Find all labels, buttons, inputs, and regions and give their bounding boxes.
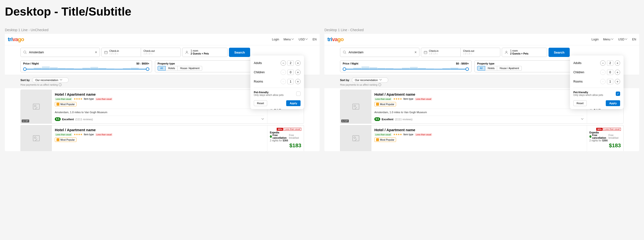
star-rating-icon: ★★★★ — [393, 97, 402, 101]
guests-icon — [185, 50, 189, 54]
children-plus-button[interactable]: + — [295, 70, 300, 75]
apply-button[interactable]: Apply — [286, 100, 300, 106]
clear-icon[interactable]: × — [95, 50, 97, 54]
tag-less-than-usual: Less than usual — [374, 98, 392, 101]
deal-price: $183 — [590, 142, 621, 149]
rooms-label: Rooms — [573, 80, 582, 83]
rating-row[interactable]: 9.5 Excellent (1111 reviews) — [55, 116, 264, 121]
header-nav: Login Menu USD EN — [592, 38, 636, 41]
rating-badge: 9.5 — [374, 117, 380, 121]
pet-friendly-checkbox[interactable]: ✓ — [616, 91, 620, 96]
prop-tab-house[interactable]: House / Apatment — [178, 66, 202, 71]
prop-tab-all[interactable]: All — [158, 66, 166, 71]
header-nav: Login Menu USD EN — [272, 38, 317, 41]
menu-link[interactable]: Menu — [284, 38, 294, 41]
price-filter[interactable]: Price / Night$0 - $600+ — [20, 60, 152, 72]
search-button[interactable]: Search — [229, 48, 250, 57]
deal-panel[interactable]: 38%Less than usual Expedia ✓Free cancell… — [267, 125, 304, 151]
children-minus-button: − — [280, 70, 286, 75]
adults-value: 2 — [288, 60, 294, 66]
rooms-label: Rooms — [254, 80, 263, 83]
prop-tab-hotels[interactable]: Hotels — [485, 66, 497, 71]
reset-button[interactable]: Reset — [254, 100, 267, 106]
adults-minus-button[interactable]: − — [280, 60, 286, 66]
hotel-name: Hotel / Apartment name — [55, 92, 264, 96]
rooms-plus-button[interactable]: + — [295, 79, 300, 84]
slider-max-thumb[interactable] — [146, 67, 149, 71]
less-than-usual-badge: Less than usual — [603, 128, 621, 131]
guests-input[interactable]: 1 room2 Guests + Pets — [502, 48, 547, 57]
hotel-image[interactable] — [21, 125, 52, 151]
destination-input[interactable]: Amsterdam × — [20, 48, 100, 57]
children-plus-button[interactable]: + — [615, 70, 620, 75]
guests-dropdown: Adults − 2 + Children − 0 + Rooms − 1 + … — [570, 55, 624, 109]
most-popular-badge: Most Popular — [55, 102, 76, 106]
dates-input[interactable]: Check-in-- / -- / -- Check-out-- / -- / … — [101, 48, 181, 57]
search-icon — [23, 50, 27, 54]
variant-label: Desktop 1 Line - UnChecked — [5, 28, 320, 32]
check-icon: ✓ — [590, 135, 592, 138]
login-link[interactable]: Login — [272, 38, 279, 41]
prop-tab-all[interactable]: All — [477, 66, 485, 71]
deal-panel[interactable]: 38%Less than usual Expedia ✓Free cancell… — [587, 125, 623, 151]
currency-select[interactable]: USD — [618, 38, 628, 41]
clear-icon[interactable]: × — [414, 50, 417, 54]
children-value: 0 — [607, 70, 613, 75]
sort-select[interactable]: Our recomendation — [352, 77, 388, 83]
rooms-plus-button[interactable]: + — [615, 79, 620, 84]
hotel-card[interactable]: Hotel / Apartment name Less than usual ★… — [20, 125, 304, 151]
hotel-image[interactable]: 1 / 27 — [21, 90, 52, 123]
discount-badge: 38% — [277, 128, 283, 131]
slider-min-thumb[interactable] — [343, 67, 346, 71]
hotel-image[interactable] — [340, 125, 372, 151]
rating-badge: 9.5 — [55, 117, 61, 121]
hotel-name: Hotel / Apartment name — [374, 92, 584, 96]
trivago-logo[interactable]: trivago — [327, 36, 344, 43]
hotel-location: Amsterdam, 1.0 miles to Van Gogh Museum — [55, 109, 264, 116]
chevron-down-icon — [60, 79, 62, 81]
children-value: 0 — [288, 70, 294, 75]
hotel-image[interactable]: 1 / 27 — [340, 90, 372, 123]
chevron-down-icon — [625, 38, 628, 41]
svg-rect-7 — [424, 51, 427, 54]
adults-minus-button[interactable]: − — [600, 60, 606, 66]
star-rating-icon: ★★★★ — [74, 97, 82, 101]
sort-select[interactable]: Our recomendation — [32, 77, 69, 83]
slider-min-thumb[interactable] — [23, 67, 26, 71]
image-placeholder-icon — [33, 104, 40, 110]
rating-row[interactable]: 9.5 Excellent (1111 reviews) — [374, 116, 584, 121]
rooms-value: 1 — [607, 79, 613, 84]
guests-input[interactable]: 1 room2 Guests + Pets — [182, 48, 228, 57]
rooms-stepper: − 1 + — [280, 79, 300, 84]
price-filter[interactable]: Price / Night$0 - $600+ — [340, 60, 472, 72]
adults-stepper: − 2 + — [280, 60, 300, 66]
menu-link[interactable]: Menu — [603, 38, 614, 41]
variant-label: Desktop 1 Line - Checked — [324, 28, 639, 32]
svg-line-6 — [345, 53, 346, 54]
prop-tab-house[interactable]: House / Apatment — [497, 66, 522, 71]
search-button[interactable]: Search — [548, 48, 570, 57]
pet-friendly-checkbox[interactable] — [296, 91, 300, 96]
trivago-logo[interactable]: trivago — [8, 36, 24, 43]
lang-select[interactable]: EN — [632, 38, 636, 41]
svg-point-0 — [24, 51, 26, 53]
adults-plus-button[interactable]: + — [295, 60, 300, 66]
login-link[interactable]: Login — [592, 38, 599, 41]
reset-button[interactable]: Reset — [573, 100, 587, 106]
guests-icon — [504, 50, 508, 54]
adults-value: 2 — [607, 60, 613, 66]
currency-select[interactable]: USD — [298, 38, 308, 41]
children-label: Children — [573, 71, 584, 74]
apply-button[interactable]: Apply — [606, 100, 620, 106]
lang-select[interactable]: EN — [312, 38, 317, 41]
destination-input[interactable]: Amsterdam × — [340, 48, 420, 57]
tag-less-than-usual: Less than usual — [95, 133, 112, 136]
hotel-card[interactable]: Hotel / Apartment name Less than usual ★… — [340, 125, 624, 151]
slider-max-thumb[interactable] — [466, 67, 469, 71]
variant-checked: Desktop 1 Line - Checked trivago Login M… — [324, 28, 639, 151]
adults-label: Adults — [573, 61, 582, 65]
prop-tab-hotels[interactable]: Hotels — [166, 66, 178, 71]
adults-plus-button[interactable]: + — [615, 60, 620, 66]
dates-input[interactable]: Check-in-- / -- / -- Check-out-- / -- / … — [421, 48, 500, 57]
discount-badge: 38% — [596, 128, 602, 131]
